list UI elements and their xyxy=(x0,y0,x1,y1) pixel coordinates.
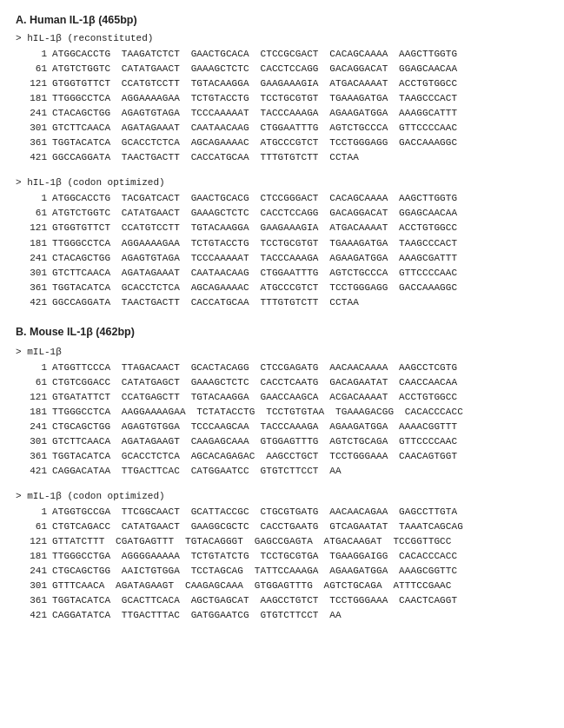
sequence-bases: GTGGTGTTCT CCATGTCCTT TGTACAAGGA GAAGAAA… xyxy=(52,76,457,91)
seq-block-B-1: > mIL-1β (codon optimized)1ATGGTGCCGA TT… xyxy=(16,491,548,623)
sequence-bases: ATGGCACCTG TAAGATCTCT GAACTGCACA CTCCGCG… xyxy=(52,47,457,62)
sequence-row: 421GGCCAGGATA TAACTGACTT CACCATGCAA TTTG… xyxy=(16,295,548,310)
sequence-row: 121GTGGTGTTCT CCATGTCCTT TGTACAAGGA GAAG… xyxy=(16,76,548,91)
sequence-number: 1 xyxy=(16,47,47,62)
sequence-bases: TTGGGCCTCA AAGGAAAAGAA TCTATACCTG TCCTGT… xyxy=(52,405,463,420)
sequence-bases: CTGCAGCTGG AGAGTGTGGA TCCCAAGCAA TACCCAA… xyxy=(52,420,457,434)
sequence-bases: ATGGTGCCGA TTCGGCAACT GCATTACCGC CTGCGTG… xyxy=(52,505,457,520)
sequence-number: 61 xyxy=(16,62,47,76)
sequence-number: 241 xyxy=(16,106,47,121)
sequence-bases: CTACAGCTGG AGAGTGTAGA TCCCAAAAAT TACCCAA… xyxy=(52,106,457,121)
sequence-number: 121 xyxy=(16,390,47,405)
sequence-bases: TTGGGCCTCA AGGAAAAGAA TCTGTACCTG TCCTGCG… xyxy=(52,91,457,106)
sequence-bases: ATGGCACCTG TACGATCACT GAACTGCACG CTCCGGG… xyxy=(52,191,457,206)
sequence-row: 361TGGTACATCA GCACCTCTCA AGCACAGAGAC AAG… xyxy=(16,449,548,464)
sequence-row: 181TTGGGCCTCA AAGGAAAAGAA TCTATACCTG TCC… xyxy=(16,405,548,420)
app: A. Human IL-1β (465bp)> hIL-1β (reconsti… xyxy=(16,14,548,624)
seq-block-A-1: > hIL-1β (codon optimized)1ATGGCACCTG TA… xyxy=(16,177,548,309)
sequence-bases: ATGTCTGGTC CATATGAACT GAAAGCTCTC CACCTCC… xyxy=(52,206,457,221)
sequence-bases: CAGGATATCA TTGACTTTAC GATGGAATCG GTGTCTT… xyxy=(52,608,342,623)
sequence-number: 61 xyxy=(16,206,47,221)
sequence-number: 61 xyxy=(16,520,47,534)
sequence-number: 301 xyxy=(16,434,47,449)
sequence-bases: TGGTACATCA GCACTTCACA AGCTGAGCAT AAGCCTG… xyxy=(52,593,457,608)
sequence-number: 301 xyxy=(16,121,47,136)
sequence-row: 121GTGATATTCT CCATGAGCTT TGTACAAGGA GAAC… xyxy=(16,390,548,405)
sequence-row: 301GTTTCAACA AGATAGAAGT CAAGAGCAAA GTGGA… xyxy=(16,579,548,593)
sequence-number: 181 xyxy=(16,236,47,251)
sequence-row: 241CTACAGCTGG AGAGTGTAGA TCCCAAAAAT TACC… xyxy=(16,251,548,266)
sequence-bases: GTTTCAACA AGATAGAAGT CAAGAGCAAA GTGGAGTT… xyxy=(52,579,452,593)
sequence-number: 421 xyxy=(16,295,47,310)
sequence-row: 1ATGGTTCCCA TTAGACAACT GCACTACAGG CTCCGA… xyxy=(16,361,548,375)
sequence-number: 181 xyxy=(16,91,47,106)
sequence-number: 241 xyxy=(16,420,47,434)
sequence-number: 301 xyxy=(16,579,47,593)
sequence-bases: TTGGGCCTGA AGGGGAAAAA TCTGTATCTG TCCTGCG… xyxy=(52,549,457,564)
sequence-bases: TTGGGCCTCA AGGAAAAGAA TCTGTACCTG TCCTGCG… xyxy=(52,236,457,251)
sequence-row: 301GTCTTCAACA AGATAGAAAT CAATAACAAG CTGG… xyxy=(16,266,548,281)
sequence-number: 61 xyxy=(16,375,47,390)
sequence-number: 301 xyxy=(16,266,47,281)
sequence-number: 421 xyxy=(16,608,47,623)
sequence-row: 1ATGGCACCTG TAAGATCTCT GAACTGCACA CTCCGC… xyxy=(16,47,548,62)
sequence-bases: GGCCAGGATA TAACTGACTT CACCATGCAA TTTGTGT… xyxy=(52,150,359,165)
sequence-row: 421CAGGATATCA TTGACTTTAC GATGGAATCG GTGT… xyxy=(16,608,548,623)
sequence-bases: TGGTACATCA GCACCTCTCA AGCAGAAAAC ATGCCCG… xyxy=(52,136,457,150)
sequence-number: 1 xyxy=(16,361,47,375)
sequence-row: 121GTTATCTTT CGATGAGTTT TGTACAGGGT GAGCC… xyxy=(16,534,548,549)
sequence-row: 121GTGGTGTTCT CCATGTCCTT TGTACAAGGA GAAG… xyxy=(16,221,548,235)
seq-block-A-0: > hIL-1β (reconstituted)1ATGGCACCTG TAAG… xyxy=(16,33,548,165)
sequence-number: 1 xyxy=(16,191,47,206)
sequence-row: 61CTGTCAGACC CATATGAACT GAAGGCGCTC CACCT… xyxy=(16,520,548,534)
sequence-bases: GTCTTCAACA AGATAGAAAT CAATAACAAG CTGGAAT… xyxy=(52,266,457,281)
sequence-row: 241CTACAGCTGG AGAGTGTAGA TCCCAAAAAT TACC… xyxy=(16,106,548,121)
sequence-number: 181 xyxy=(16,549,47,564)
seq-header-A-1: > hIL-1β (codon optimized) xyxy=(16,177,548,188)
section-title-A: A. Human IL-1β (465bp) xyxy=(16,14,548,26)
sequence-row: 181TTGGGCCTCA AGGAAAAGAA TCTGTACCTG TCCT… xyxy=(16,236,548,251)
sequence-bases: GTGGTGTTCT CCATGTCCTT TGTACAAGGA GAAGAAA… xyxy=(52,221,457,235)
sequence-number: 121 xyxy=(16,76,47,91)
sequence-bases: TGGTACATCA GCACCTCTCA AGCACAGAGAC AAGCCT… xyxy=(52,449,457,464)
sequence-bases: CTGTCGGACC CATATGAGCT GAAAGCTCTC CACCTCA… xyxy=(52,375,457,390)
sequence-bases: ATGGTTCCCA TTAGACAACT GCACTACAGG CTCCGAG… xyxy=(52,361,457,375)
sequence-bases: GTGATATTCT CCATGAGCTT TGTACAAGGA GAACCAA… xyxy=(52,390,457,405)
sequence-row: 421CAGGACATAA TTGACTTCAC CATGGAATCC GTGT… xyxy=(16,464,548,479)
sequence-number: 361 xyxy=(16,281,47,295)
sequence-row: 181TTGGGCCTCA AGGAAAAGAA TCTGTACCTG TCCT… xyxy=(16,91,548,106)
sequence-row: 61CTGTCGGACC CATATGAGCT GAAAGCTCTC CACCT… xyxy=(16,375,548,390)
sequence-row: 1ATGGCACCTG TACGATCACT GAACTGCACG CTCCGG… xyxy=(16,191,548,206)
sequence-number: 361 xyxy=(16,449,47,464)
sequence-row: 301GTCTTCAACA AGATAGAAAT CAATAACAAG CTGG… xyxy=(16,121,548,136)
sequence-row: 421GGCCAGGATA TAACTGACTT CACCATGCAA TTTG… xyxy=(16,150,548,165)
sequence-bases: TGGTACATCA GCACCTCTCA AGCAGAAAAC ATGCCCG… xyxy=(52,281,457,295)
sequence-row: 1ATGGTGCCGA TTCGGCAACT GCATTACCGC CTGCGT… xyxy=(16,505,548,520)
sequence-number: 121 xyxy=(16,221,47,235)
sequence-bases: GTTATCTTT CGATGAGTTT TGTACAGGGT GAGCCGAG… xyxy=(52,534,452,549)
sequence-bases: GGCCAGGATA TAACTGACTT CACCATGCAA TTTGTGT… xyxy=(52,295,359,310)
sequence-bases: GTCTTCAACA AGATAGAAAT CAATAACAAG CTGGAAT… xyxy=(52,121,457,136)
sequence-number: 181 xyxy=(16,405,47,420)
sequence-bases: CAGGACATAA TTGACTTCAC CATGGAATCC GTGTCTT… xyxy=(52,464,342,479)
sequence-number: 121 xyxy=(16,534,47,549)
seq-block-B-0: > mIL-1β1ATGGTTCCCA TTAGACAACT GCACTACAG… xyxy=(16,347,548,479)
sequence-row: 61ATGTCTGGTC CATATGAACT GAAAGCTCTC CACCT… xyxy=(16,206,548,221)
sequence-number: 1 xyxy=(16,505,47,520)
sequence-number: 361 xyxy=(16,136,47,150)
sequence-bases: CTACAGCTGG AGAGTGTAGA TCCCAAAAAT TACCCAA… xyxy=(52,251,457,266)
sequence-number: 241 xyxy=(16,251,47,266)
sequence-row: 241CTGCAGCTGG AGAGTGTGGA TCCCAAGCAA TACC… xyxy=(16,420,548,434)
seq-header-B-0: > mIL-1β xyxy=(16,347,548,357)
sequence-number: 421 xyxy=(16,150,47,165)
sequence-row: 301GTCTTCAACA AGATAGAAGT CAAGAGCAAA GTGG… xyxy=(16,434,548,449)
section-title-B: B. Mouse IL-1β (462bp) xyxy=(16,326,548,338)
sequence-number: 241 xyxy=(16,564,47,579)
sequence-bases: CTGCAGCTGG AAICTGTGGA TCCTAGCAG TATTCCAA… xyxy=(52,564,457,579)
sequence-number: 361 xyxy=(16,593,47,608)
sequence-bases: GTCTTCAACA AGATAGAAGT CAAGAGCAAA GTGGAGT… xyxy=(52,434,457,449)
sequence-row: 181TTGGGCCTGA AGGGGAAAAA TCTGTATCTG TCCT… xyxy=(16,549,548,564)
sequence-number: 421 xyxy=(16,464,47,479)
seq-header-B-1: > mIL-1β (codon optimized) xyxy=(16,491,548,501)
seq-header-A-0: > hIL-1β (reconstituted) xyxy=(16,33,548,43)
